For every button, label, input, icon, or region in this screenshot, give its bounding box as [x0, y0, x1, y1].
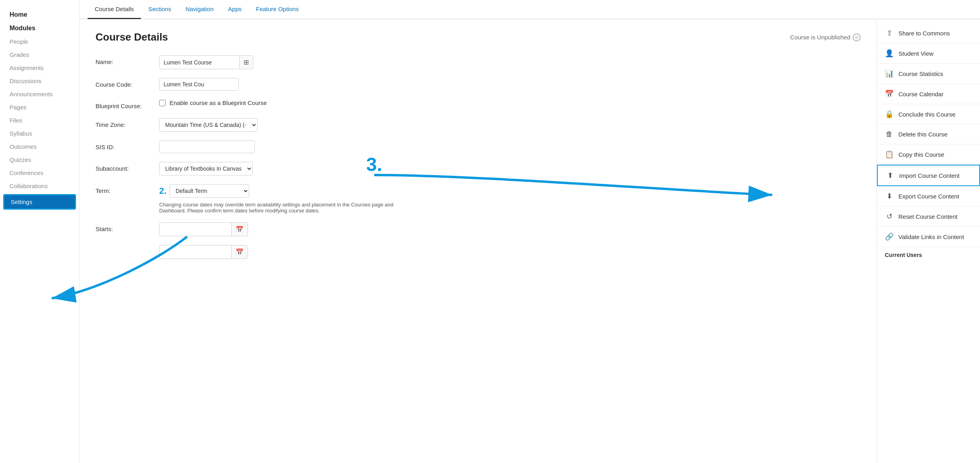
tab-navigation[interactable]: Navigation: [178, 0, 221, 19]
unpublished-label: Course is Unpublished: [790, 34, 850, 41]
name-label: Name:: [96, 55, 159, 65]
right-sidebar-item-import-course-content[interactable]: ⬆Import Course Content: [877, 165, 980, 186]
term-hint: Changing course dates may override term …: [159, 202, 398, 214]
tab-feature-options[interactable]: Feature Options: [249, 0, 306, 19]
ends-row: 📅: [96, 245, 861, 259]
right-sidebar-label-reset-course-content: Reset Course Content: [898, 213, 957, 220]
right-sidebar-label-delete-this-course: Delete this Course: [898, 131, 947, 138]
right-sidebar-item-conclude-this-course[interactable]: 🔒Conclude this Course: [877, 104, 980, 125]
right-sidebar-icon-reset-course-content: ↺: [885, 212, 894, 221]
term-label: Term:: [96, 184, 159, 194]
right-sidebar-label-share-to-commons: Share to Commons: [898, 30, 950, 37]
right-sidebar-label-student-view: Student View: [898, 50, 933, 57]
right-sidebar-icon-validate-links-in-content: 🔗: [885, 232, 894, 241]
sidebar-item-modules[interactable]: Modules: [0, 21, 79, 35]
sidebar-item-syllabus[interactable]: Syllabus: [0, 127, 79, 140]
timezone-row: Time Zone: Mountain Time (US & Canada) (…: [96, 118, 861, 132]
right-sidebar-label-export-course-content: Export Course Content: [898, 193, 959, 200]
page-header: Course Details Course is Unpublished ⊘: [96, 31, 861, 43]
right-sidebar-item-share-to-commons[interactable]: ⇪Share to Commons: [877, 23, 980, 43]
sidebar-item-pages[interactable]: Pages: [0, 101, 79, 114]
name-icon-btn[interactable]: ⊞: [239, 56, 253, 69]
right-sidebar-label-conclude-this-course: Conclude this Course: [898, 111, 955, 118]
sidebar-item-quizzes[interactable]: Quizzes: [0, 153, 79, 166]
right-sidebar-item-course-statistics[interactable]: 📊Course Statistics: [877, 64, 980, 84]
right-sidebar-label-copy-this-course: Copy this Course: [898, 151, 944, 158]
term-row: Term: 2. Default Term Changing course da…: [96, 184, 861, 214]
sis-id-input[interactable]: [159, 140, 255, 153]
page-title: Course Details: [96, 31, 168, 43]
right-sidebar-icon-copy-this-course: 📋: [885, 150, 894, 159]
subaccount-label: Subaccount:: [96, 162, 159, 172]
blueprint-checkbox-label: Enable course as a Blueprint Course: [170, 99, 267, 106]
right-sidebar-icon-conclude-this-course: 🔒: [885, 110, 894, 119]
tabs-bar: Course DetailsSectionsNavigationAppsFeat…: [80, 0, 980, 19]
right-sidebar-icon-course-calendar: 📅: [885, 89, 894, 98]
right-sidebar-label-course-statistics: Course Statistics: [898, 70, 943, 77]
annotation-2-label: 2.: [159, 186, 166, 196]
right-sidebar-item-export-course-content[interactable]: ⬇Export Course Content: [877, 186, 980, 206]
left-sidebar: HomeModulesPeopleGradesAssignmentsDiscus…: [0, 0, 80, 463]
sidebar-item-conferences[interactable]: Conferences: [0, 166, 79, 179]
name-input-wrapper: ⊞: [159, 55, 253, 69]
ends-label: [96, 245, 159, 248]
sidebar-item-collaborations[interactable]: Collaborations: [0, 179, 79, 193]
starts-calendar-icon[interactable]: 📅: [231, 223, 248, 236]
starts-date-wrap: 📅: [159, 222, 248, 236]
right-sidebar-icon-course-statistics: 📊: [885, 69, 894, 78]
blueprint-checkbox[interactable]: [159, 100, 166, 106]
right-sidebar-item-student-view[interactable]: 👤Student View: [877, 43, 980, 64]
content-area: Course Details Course is Unpublished ⊘ N…: [80, 19, 980, 463]
right-sidebar-label-course-calendar: Course Calendar: [898, 91, 943, 97]
right-sidebar-icon-share-to-commons: ⇪: [885, 29, 894, 37]
course-code-label: Course Code:: [96, 78, 159, 88]
sidebar-item-settings[interactable]: Settings: [3, 194, 76, 210]
course-code-input[interactable]: [159, 78, 239, 91]
starts-row: Starts: 📅: [96, 222, 861, 236]
sidebar-item-home[interactable]: Home: [0, 8, 79, 21]
tab-apps[interactable]: Apps: [221, 0, 249, 19]
right-sidebar-item-delete-this-course[interactable]: 🗑Delete this Course: [877, 125, 980, 144]
subaccount-row: Subaccount: Library of Textbooks In Canv…: [96, 162, 861, 175]
tab-course-details[interactable]: Course Details: [88, 0, 141, 19]
ends-calendar-icon[interactable]: 📅: [231, 245, 248, 259]
blueprint-checkbox-row: Enable course as a Blueprint Course: [159, 99, 267, 106]
sidebar-item-discussions[interactable]: Discussions: [0, 74, 79, 88]
name-input[interactable]: [160, 56, 239, 68]
right-sidebar-icon-export-course-content: ⬇: [885, 192, 894, 200]
starts-input[interactable]: [160, 224, 231, 235]
ends-input[interactable]: [160, 246, 231, 258]
sidebar-item-outcomes[interactable]: Outcomes: [0, 140, 79, 153]
tab-sections[interactable]: Sections: [141, 0, 178, 19]
timezone-select[interactable]: Mountain Time (US & Canada) (-: [159, 118, 258, 132]
ends-date-wrap: 📅: [159, 245, 248, 259]
sidebar-item-people[interactable]: People: [0, 35, 79, 48]
starts-label: Starts:: [96, 222, 159, 232]
subaccount-select[interactable]: Library of Textbooks In Canvas: [159, 162, 253, 175]
right-sidebar-icon-delete-this-course: 🗑: [885, 130, 894, 138]
right-sidebar-item-copy-this-course[interactable]: 📋Copy this Course: [877, 144, 980, 165]
sidebar-item-announcements[interactable]: Announcements: [0, 88, 79, 101]
right-sidebar-section-title: Current Users: [877, 247, 980, 261]
unpublished-icon: ⊘: [853, 33, 861, 41]
name-row: Name: ⊞: [96, 55, 861, 69]
right-sidebar-label-import-course-content: Import Course Content: [899, 172, 960, 179]
sidebar-item-assignments[interactable]: Assignments: [0, 61, 79, 74]
unpublished-status: Course is Unpublished ⊘: [790, 33, 861, 41]
sis-id-row: SIS ID:: [96, 140, 861, 153]
form-area: Course Details Course is Unpublished ⊘ N…: [80, 19, 877, 463]
timezone-label: Time Zone:: [96, 118, 159, 128]
right-sidebar-item-validate-links-in-content[interactable]: 🔗Validate Links in Content: [877, 227, 980, 247]
right-sidebar: ⇪Share to Commons👤Student View📊Course St…: [877, 19, 980, 463]
course-code-row: Course Code:: [96, 78, 861, 91]
blueprint-label: Blueprint Course:: [96, 99, 159, 109]
sidebar-item-grades[interactable]: Grades: [0, 48, 79, 61]
term-select[interactable]: Default Term: [170, 184, 249, 198]
sis-id-label: SIS ID:: [96, 140, 159, 150]
sidebar-item-files[interactable]: Files: [0, 114, 79, 127]
right-sidebar-item-reset-course-content[interactable]: ↺Reset Course Content: [877, 206, 980, 227]
right-sidebar-icon-student-view: 👤: [885, 49, 894, 58]
right-sidebar-item-course-calendar[interactable]: 📅Course Calendar: [877, 84, 980, 104]
right-sidebar-label-validate-links-in-content: Validate Links in Content: [898, 233, 964, 240]
right-sidebar-icon-import-course-content: ⬆: [886, 171, 894, 180]
